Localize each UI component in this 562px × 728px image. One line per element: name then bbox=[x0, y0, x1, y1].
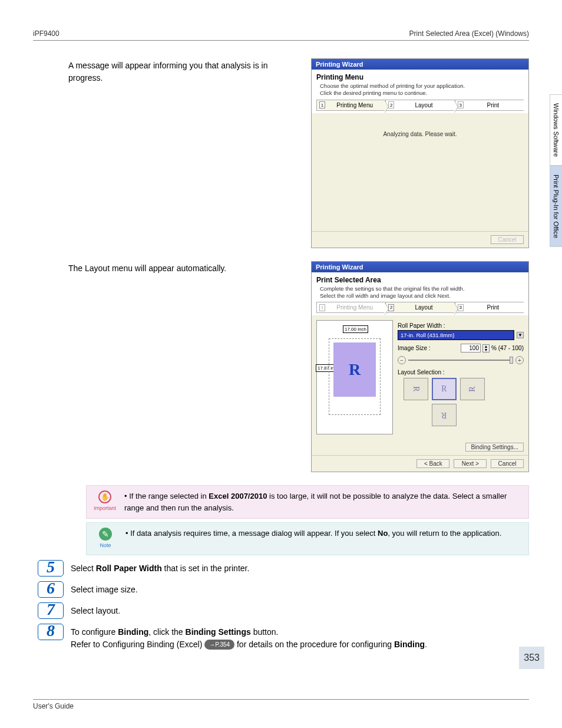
roll-paper-width-label: Roll Paper Width : bbox=[398, 322, 524, 329]
page-ref-354[interactable]: →P.354 bbox=[204, 640, 234, 650]
page-number: 353 bbox=[519, 647, 544, 669]
plus-icon[interactable]: + bbox=[515, 356, 524, 364]
image-size-input[interactable]: 100 bbox=[461, 344, 481, 353]
roll-paper-width-dropdown[interactable]: 17-in. Roll (431.8mm) bbox=[398, 330, 514, 340]
header-left: iPF9400 bbox=[33, 29, 59, 38]
tab2-num-2: 2 bbox=[388, 304, 394, 311]
step-8: 8 To configure Binding, click the Bindin… bbox=[38, 624, 529, 651]
image-size-range: % (47 - 100) bbox=[491, 345, 524, 351]
printing-wizard-layout: Printing Wizard Print Selected Area Comp… bbox=[311, 261, 529, 473]
important-callout: Important If the range selected in Excel… bbox=[86, 485, 529, 519]
wizard2-desc1: Complete the settings so that the origin… bbox=[320, 285, 524, 292]
layout-selection-label: Layout Selection : bbox=[398, 369, 524, 375]
side-tab-print-plugin[interactable]: Print Plug-In for Office bbox=[550, 166, 562, 247]
wizard2-titlebar: Printing Wizard bbox=[312, 262, 528, 272]
layout-selection-grid: R R R R bbox=[404, 378, 524, 426]
wizard2-tab-printing-menu[interactable]: 1 Printing Menu bbox=[316, 302, 385, 313]
cancel-button[interactable]: Cancel bbox=[491, 459, 524, 468]
note-bullet: If data analysis requires time, a messag… bbox=[125, 528, 501, 539]
wizard1-tab-printing-menu[interactable]: 1 Printing Menu bbox=[316, 100, 385, 111]
wizard2-bottom-binding: Binding Settings... bbox=[312, 439, 528, 455]
image-size-slider[interactable]: − + bbox=[398, 356, 524, 364]
step-7-number: 7 bbox=[38, 602, 64, 619]
printing-wizard-analyzing: Printing Wizard Printing Menu Choose the… bbox=[311, 58, 529, 248]
preview-paper: R bbox=[329, 338, 381, 415]
important-label: Important bbox=[94, 505, 116, 513]
step-6-number: 6 bbox=[38, 581, 64, 598]
next-button[interactable]: Next > bbox=[454, 459, 487, 468]
wizard2-desc2: Select the roll width and image layout a… bbox=[320, 292, 524, 299]
wizard1-bottom: Cancel bbox=[312, 231, 528, 248]
step-5: 5 Select Roll Paper Width that is set in… bbox=[38, 560, 529, 577]
analysis-progress-text: A message will appear informing you that… bbox=[68, 58, 299, 248]
tab2-num-1: 1 bbox=[319, 304, 325, 311]
image-size-label: Image Size : bbox=[398, 345, 431, 351]
layout-menu-text: The Layout menu will appear automaticall… bbox=[68, 261, 299, 473]
preview-content: R bbox=[333, 342, 376, 397]
wizard1-desc1: Choose the optimal method of printing fo… bbox=[320, 83, 524, 90]
wizard2-tab-layout[interactable]: 2 Layout bbox=[385, 302, 454, 313]
layout-opt-rot-right[interactable]: R bbox=[460, 378, 485, 400]
tab2-num-3: 3 bbox=[458, 304, 464, 311]
wizard1-tab-layout[interactable]: 2 Layout bbox=[385, 100, 454, 111]
step-6-text: Select image size. bbox=[71, 581, 138, 596]
print-preview: 17.00 inch 17.87 inch R bbox=[316, 320, 393, 434]
wizard2-body: 17.00 inch 17.87 inch R Roll Paper Width… bbox=[312, 315, 528, 439]
wizard2-bottom-nav: < Back Next > Cancel bbox=[312, 455, 528, 472]
wizard1-tabs: 1 Printing Menu 2 Layout 3 Print bbox=[316, 100, 524, 111]
minus-icon[interactable]: − bbox=[398, 356, 406, 364]
dropdown-arrow-icon[interactable]: ▼ bbox=[517, 332, 524, 338]
wizard2-heading: Print Selected Area bbox=[316, 276, 524, 284]
layout-opt-rot-down[interactable]: R bbox=[432, 404, 457, 426]
wizard1-desc2: Click the desired printing menu to conti… bbox=[320, 90, 524, 97]
page-header: iPF9400 Print Selected Area (Excel) (Win… bbox=[33, 29, 529, 41]
tab-num-3: 3 bbox=[458, 101, 464, 108]
image-size-spinner[interactable]: ▲▼ bbox=[482, 344, 490, 353]
important-bullet: If the range selected in Excel 2007/2010… bbox=[124, 490, 521, 513]
preview-dim-width: 17.00 inch bbox=[343, 325, 368, 333]
layout-controls: Roll Paper Width : 17-in. Roll (431.8mm)… bbox=[398, 320, 524, 434]
step-7: 7 Select layout. bbox=[38, 602, 529, 619]
preview-glyph: R bbox=[349, 360, 361, 379]
binding-settings-button[interactable]: Binding Settings... bbox=[465, 443, 524, 452]
header-right: Print Selected Area (Excel) (Windows) bbox=[409, 29, 529, 38]
note-callout: ✎ Note If data analysis requires time, a… bbox=[86, 522, 529, 555]
wizard1-body: Analyzing data. Please wait. bbox=[312, 113, 528, 231]
tab-num-1: 1 bbox=[319, 101, 325, 108]
page-footer: User's Guide bbox=[33, 699, 529, 710]
back-button[interactable]: < Back bbox=[416, 459, 449, 468]
wizard1-titlebar: Printing Wizard bbox=[312, 59, 528, 70]
wizard1-tab-print[interactable]: 3 Print bbox=[455, 100, 524, 111]
tab-num-2: 2 bbox=[388, 101, 394, 108]
step-8-number: 8 bbox=[38, 624, 64, 640]
important-icon bbox=[98, 490, 111, 503]
side-tabs: Windows Software Print Plug-In for Offic… bbox=[550, 94, 562, 247]
note-icon: ✎ bbox=[99, 528, 112, 541]
wizard1-heading: Printing Menu bbox=[316, 73, 524, 81]
layout-opt-portrait[interactable]: R bbox=[432, 378, 457, 400]
wizard2-tab-print[interactable]: 3 Print bbox=[455, 302, 524, 313]
wizard2-tabs: 1 Printing Menu 2 Layout 3 Print bbox=[316, 302, 524, 313]
wizard1-cancel-button[interactable]: Cancel bbox=[491, 235, 524, 244]
slider-thumb[interactable] bbox=[510, 357, 513, 364]
layout-opt-rot-left[interactable]: R bbox=[404, 378, 428, 400]
side-tab-windows-software[interactable]: Windows Software bbox=[550, 94, 562, 166]
note-label: Note bbox=[94, 542, 117, 550]
step-6: 6 Select image size. bbox=[38, 581, 529, 598]
step-5-number: 5 bbox=[38, 560, 64, 577]
step-7-text: Select layout. bbox=[71, 602, 120, 617]
